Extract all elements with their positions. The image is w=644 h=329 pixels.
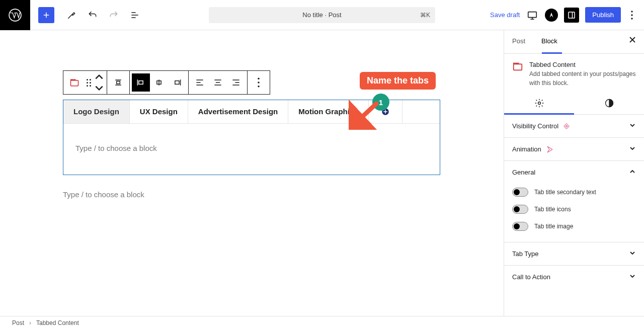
save-draft-button[interactable]: Save draft [490,11,520,19]
block-card-icon [512,61,523,72]
panel-visibility: Visibility Control [504,115,644,138]
tab-content-placeholder[interactable]: Type / to choose a block [63,124,440,175]
panel-general-toggle[interactable]: General [504,161,644,184]
document-title-text: No title · Post [302,11,341,19]
sidebar-tab-post[interactable]: Post [504,30,533,53]
chevron-down-icon [629,145,636,153]
toggle-label: Tab title image [534,223,573,230]
panel-title: Visibility Control [512,122,558,130]
drag-handle-icon[interactable] [84,73,94,92]
block-options-icon[interactable] [250,73,268,92]
toggle-image[interactable] [512,222,528,231]
toggle-secondary-text[interactable] [512,188,528,197]
editor-topbar: No title · Post ⌘K Save draft Publish [0,0,644,30]
tab-item[interactable]: Logo Design [63,100,130,123]
toggle-icons[interactable] [512,205,528,214]
sidebar-tab-block[interactable]: Block [533,30,566,53]
justify-left-icon[interactable] [132,73,150,92]
text-align-right-icon[interactable] [227,73,245,92]
tab-item[interactable]: Motion Graphics [288,100,368,123]
redo-icon[interactable] [108,9,120,21]
annotation-step-badge: 1 [372,94,389,111]
svg-point-3 [631,11,632,12]
sidebar-toggle-button[interactable] [564,8,579,23]
editor-canvas: Logo Design UX Design Advertisement Desi… [0,30,504,316]
view-desktop-icon[interactable] [526,9,539,22]
annotation-callout: Name the tabs [360,72,436,90]
panel-tab-type: Tab Type [504,242,644,266]
align-none-icon[interactable] [109,73,127,92]
settings-sidebar: Post Block Tabbed Content Add tabbed con… [504,30,644,316]
move-up-down-icon[interactable] [94,73,105,92]
svg-point-18 [566,125,568,127]
svg-point-13 [258,86,260,88]
svg-rect-6 [71,80,78,86]
svg-rect-10 [175,81,179,85]
chevron-right-icon: › [29,319,31,326]
chevron-down-icon [629,250,636,258]
contrast-icon [604,98,614,108]
svg-rect-1 [528,12,537,17]
gear-icon [534,98,544,108]
options-menu-icon[interactable] [627,11,637,20]
settings-tab[interactable] [504,92,574,114]
editor-main: Logo Design UX Design Advertisement Desi… [0,30,644,316]
styles-tab[interactable] [574,92,644,114]
panel-general: General Tab title secondary text Tab tit… [504,161,644,242]
text-align-left-icon[interactable] [191,73,209,92]
svg-point-11 [258,77,260,79]
panel-title: Call to Action [512,273,550,281]
tab-item[interactable]: UX Design [130,100,188,123]
wordpress-logo[interactable] [0,0,30,30]
eye-badge-icon [562,122,571,130]
default-block-appender[interactable]: Type / to choose a block [63,175,504,214]
close-sidebar-icon[interactable] [621,30,644,53]
topbar-tools [65,9,141,21]
astra-icon[interactable] [545,9,558,22]
tab-item[interactable]: Advertisement Design [188,100,288,123]
block-card-desc: Add tabbed content in your posts/pages w… [529,69,636,88]
tools-icon[interactable] [65,9,77,21]
document-title-bar[interactable]: No title · Post ⌘K [209,7,435,23]
chevron-down-icon [629,122,636,130]
svg-point-12 [258,81,260,84]
undo-icon[interactable] [87,9,99,21]
justify-center-icon[interactable] [150,73,168,92]
chevron-down-icon [629,273,636,281]
breadcrumb-item[interactable]: Tabbed Content [36,319,79,326]
panel-general-body: Tab title secondary text Tab title icons… [504,184,644,242]
panel-visibility-toggle[interactable]: Visibility Control [504,115,644,137]
document-overview-icon[interactable] [129,9,141,21]
inspector-mode-tabs [504,92,644,115]
svg-point-16 [538,102,540,104]
publish-button[interactable]: Publish [585,7,621,23]
text-align-center-icon[interactable] [209,73,227,92]
panel-cta: Call to Action [504,266,644,288]
active-tab-underline [542,52,562,54]
tabbed-content-block[interactable]: Logo Design UX Design Advertisement Desi… [63,100,440,175]
sidebar-tabs: Post Block [504,30,644,54]
justify-right-icon[interactable] [168,73,186,92]
toggle-label: Tab title icons [534,206,571,213]
block-card: Tabbed Content Add tabbed content in you… [504,54,644,92]
svg-rect-7 [117,81,120,84]
panel-animation: Animation [504,138,644,161]
toggle-label: Tab title secondary text [534,189,596,196]
breadcrumb-item[interactable]: Post [12,319,24,326]
panel-tab-type-toggle[interactable]: Tab Type [504,242,644,265]
chevron-up-icon [629,168,636,177]
block-toolbar [63,70,270,95]
command-shortcut: ⌘K [420,12,430,19]
panel-title: General [512,169,535,176]
svg-rect-8 [139,81,143,85]
panel-animation-toggle[interactable]: Animation [504,138,644,160]
svg-rect-2 [569,12,575,18]
svg-point-5 [631,18,632,19]
svg-point-4 [631,14,632,16]
block-card-title: Tabbed Content [529,61,636,68]
block-type-icon[interactable] [65,73,84,92]
topbar-right: Save draft Publish [490,7,644,23]
add-block-button[interactable] [38,7,54,23]
panel-title: Animation [512,145,541,153]
panel-cta-toggle[interactable]: Call to Action [504,266,644,288]
